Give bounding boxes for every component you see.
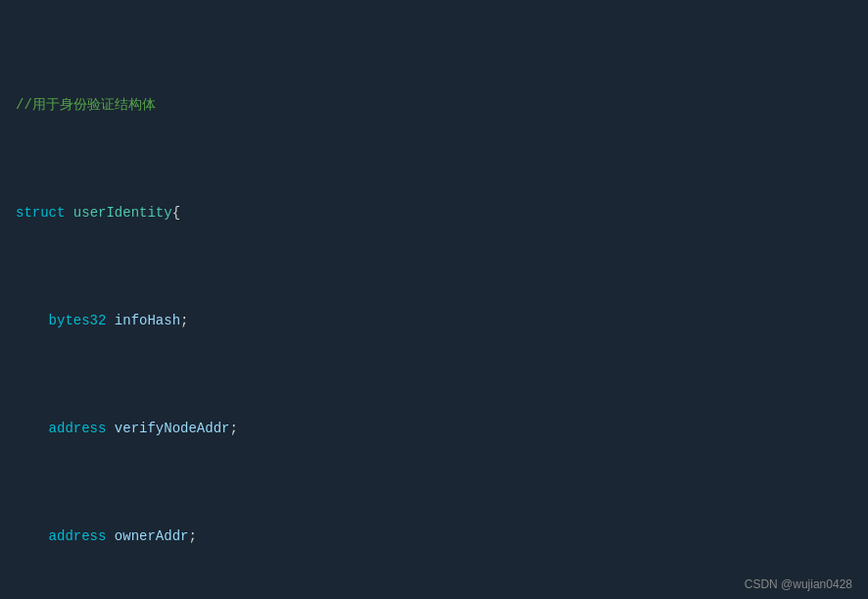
- code-line-4: address verifyNodeAddr ;: [0, 418, 868, 439]
- var-token: verifyNodeAddr: [115, 418, 230, 439]
- code-line-2: struct userIdentity {: [0, 202, 868, 224]
- type-token: userIdentity: [73, 202, 172, 224]
- code-editor: //用于身份验证结构体 struct userIdentity { bytes3…: [0, 0, 868, 599]
- footer: CSDN @wujian0428: [745, 577, 852, 591]
- punct-token: ;: [229, 418, 237, 439]
- keyword-token: struct: [16, 202, 65, 224]
- space: [106, 310, 114, 331]
- code-block: //用于身份验证结构体 struct userIdentity { bytes3…: [0, 0, 868, 599]
- punct-token: ;: [188, 525, 196, 547]
- comment-token: //用于身份验证结构体: [16, 94, 156, 116]
- keyword-token: address: [16, 525, 106, 547]
- space: [106, 418, 114, 439]
- platform-label: CSDN: [745, 577, 778, 591]
- var-token: ownerAddr: [115, 525, 189, 547]
- space: [106, 525, 114, 547]
- space: [65, 202, 72, 224]
- username-label: @wujian0428: [781, 577, 852, 591]
- var-token: infoHash: [115, 310, 180, 331]
- keyword-token: address: [16, 418, 106, 439]
- code-line-5: address ownerAddr ;: [0, 525, 868, 547]
- code-line-1: //用于身份验证结构体: [0, 94, 868, 116]
- punct-token: ;: [180, 310, 188, 331]
- keyword-token: bytes32: [16, 310, 106, 331]
- punct-token: {: [172, 202, 180, 224]
- code-line-3: bytes32 infoHash ;: [0, 310, 868, 331]
